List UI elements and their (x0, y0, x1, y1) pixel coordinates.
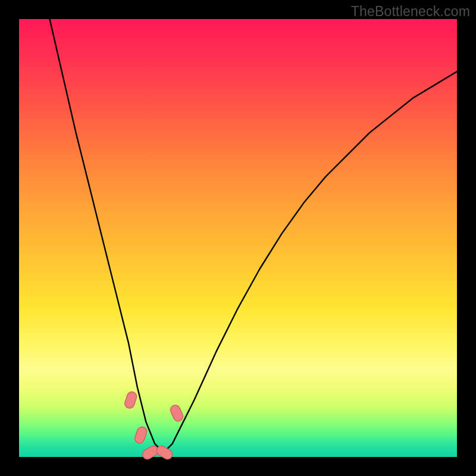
chart-plot-area (19, 19, 457, 457)
bottleneck-curve (50, 19, 458, 453)
marker-group (124, 391, 184, 461)
chart-frame: TheBottleneck.com (0, 0, 476, 476)
chart-svg (19, 19, 457, 457)
pt-left-upper (124, 391, 138, 410)
pt-right-upper (169, 403, 184, 422)
watermark-text: TheBottleneck.com (351, 4, 470, 20)
pt-left-lower (133, 425, 148, 444)
